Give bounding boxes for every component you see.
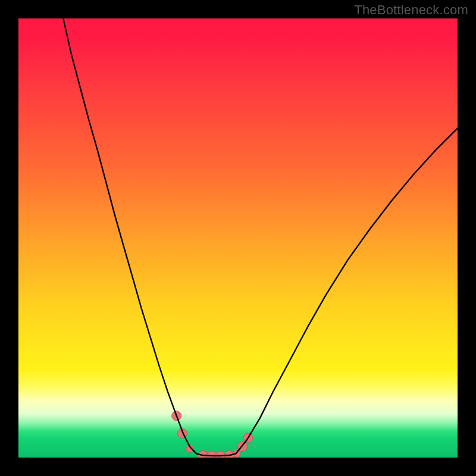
curve-marker	[216, 451, 226, 458]
attribution-label: TheBottleneck.com	[354, 2, 468, 18]
plot-area	[18, 18, 458, 458]
chart-frame: TheBottleneck.com	[0, 0, 476, 476]
chart-svg	[18, 18, 458, 458]
bottleneck-curve	[63, 18, 458, 456]
curve-marker	[207, 451, 217, 458]
